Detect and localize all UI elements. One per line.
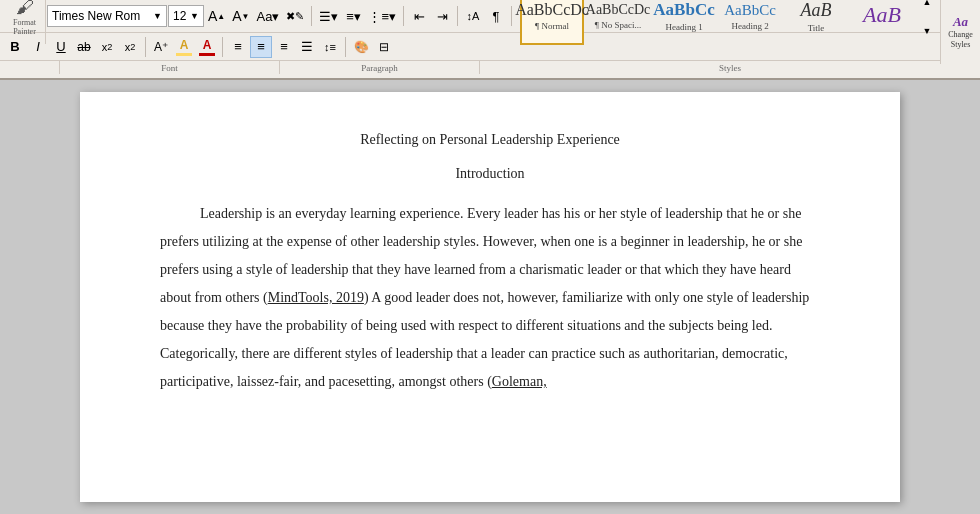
justify-button[interactable]: ☰	[296, 36, 318, 58]
body-paragraph: Leadership is an everyday learning exper…	[160, 200, 820, 396]
align-left-button[interactable]: ≡	[227, 36, 249, 58]
font-section-label: Font	[60, 61, 280, 74]
toolbar-row1: 🖌 Format Painter Times New Rom ▼ 12 ▼ A▲…	[0, 0, 980, 32]
styles-scroll-down[interactable]: ▼	[916, 22, 938, 40]
line-spacing-button[interactable]: ↕≡	[319, 36, 341, 58]
decrease-indent-button[interactable]: ⇤	[408, 5, 430, 27]
multilevel-list-button[interactable]: ⋮≡▾	[365, 5, 399, 27]
bullets-button[interactable]: ☰▾	[316, 5, 341, 27]
numbering-button[interactable]: ≡▾	[342, 5, 364, 27]
style-no-spacing[interactable]: AaBbCcDc ¶ No Spaci...	[586, 0, 650, 45]
styles-section: AaBbCcDc ¶ Normal AaBbCcDc ¶ No Spaci...…	[516, 0, 976, 47]
styles-section-label: Styles	[480, 61, 980, 74]
style-title[interactable]: AaB Title	[784, 0, 848, 45]
style-normal-label: ¶ Normal	[535, 21, 569, 31]
clipboard-section-label	[0, 61, 60, 74]
highlight-color-bar	[176, 53, 192, 56]
style-normal[interactable]: AaBbCcDc ¶ Normal	[520, 0, 584, 45]
highlight-indicator: A	[176, 38, 192, 56]
strikethrough-button[interactable]: ab	[73, 36, 95, 58]
show-hide-button[interactable]: ¶	[485, 5, 507, 27]
change-styles-icon: Aa	[953, 14, 968, 30]
font-color-bar	[199, 53, 215, 56]
style-heading1[interactable]: AaBbCc Heading 1	[652, 0, 716, 45]
change-case-button[interactable]: Aa▾	[254, 5, 283, 27]
style-emphasis-preview: AaB	[863, 2, 901, 28]
style-title-label: Title	[808, 23, 825, 33]
style-h1-label: Heading 1	[665, 22, 702, 32]
size-dropdown-arrow: ▼	[190, 11, 199, 21]
style-heading2[interactable]: AaBbCc Heading 2	[718, 0, 782, 45]
italic-button[interactable]: I	[27, 36, 49, 58]
format-painter-label: Format Painter	[6, 18, 43, 36]
change-styles-label: ChangeStyles	[948, 30, 972, 49]
separator1	[311, 6, 312, 26]
style-nospace-label: ¶ No Spaci...	[595, 20, 641, 30]
toolbar: 🖌 Format Painter Times New Rom ▼ 12 ▼ A▲…	[0, 0, 980, 80]
shading-button[interactable]: 🎨	[350, 36, 372, 58]
change-styles-button[interactable]: Aa ChangeStyles	[940, 0, 980, 64]
subscript-button[interactable]: x2	[96, 36, 118, 58]
style-normal-preview: AaBbCcDc	[515, 1, 589, 19]
separator4	[511, 6, 512, 26]
separator3	[457, 6, 458, 26]
document-title: Reflecting on Personal Leadership Experi…	[160, 132, 820, 148]
document-body[interactable]: Leadership is an everyday learning exper…	[160, 200, 820, 396]
font-size-selector[interactable]: 12 ▼	[168, 5, 204, 27]
document-area: Reflecting on Personal Leadership Experi…	[0, 80, 980, 514]
separator6	[222, 37, 223, 57]
align-right-button[interactable]: ≡	[273, 36, 295, 58]
font-dropdown-arrow: ▼	[153, 11, 162, 21]
align-center-button[interactable]: ≡	[250, 36, 272, 58]
decrease-font-size-button[interactable]: A▼	[229, 5, 252, 27]
document-intro: Introduction	[160, 166, 820, 182]
separator2	[403, 6, 404, 26]
goleman-link: Goleman,	[492, 374, 547, 389]
document-page: Reflecting on Personal Leadership Experi…	[80, 92, 900, 502]
styles-scroll-arrows: ▲ ▼	[916, 0, 938, 45]
sort-button[interactable]: ↕A	[462, 5, 484, 27]
superscript-button[interactable]: x2	[119, 36, 141, 58]
separator5	[145, 37, 146, 57]
style-h1-preview: AaBbCc	[653, 0, 714, 20]
increase-font-size-button[interactable]: A▲	[205, 5, 228, 27]
highlight-color-button[interactable]: A	[173, 36, 195, 58]
font-name-selector[interactable]: Times New Rom ▼	[47, 5, 167, 27]
style-h2-preview: AaBbCc	[724, 2, 776, 19]
style-emphasis[interactable]: AaB	[850, 0, 914, 45]
increase-indent-button[interactable]: ⇥	[431, 5, 453, 27]
style-title-preview: AaB	[801, 0, 832, 21]
bold-button[interactable]: B	[4, 36, 26, 58]
separator7	[345, 37, 346, 57]
style-nospace-preview: AaBbCcDc	[586, 2, 651, 18]
paragraph-section-label: Paragraph	[280, 61, 480, 74]
section-labels: Font Paragraph Styles	[0, 60, 980, 74]
underline-button[interactable]: U	[50, 36, 72, 58]
font-color-indicator: A	[199, 38, 215, 56]
styles-scroll-up[interactable]: ▲	[916, 0, 938, 11]
borders-button[interactable]: ⊟	[373, 36, 395, 58]
clear-formatting-button[interactable]: ✖✎	[283, 5, 307, 27]
style-h2-label: Heading 2	[731, 21, 768, 31]
mindtools-link: MindTools, 2019	[268, 290, 364, 305]
text-effects-button[interactable]: A⁺	[150, 36, 172, 58]
font-color-button[interactable]: A	[196, 36, 218, 58]
